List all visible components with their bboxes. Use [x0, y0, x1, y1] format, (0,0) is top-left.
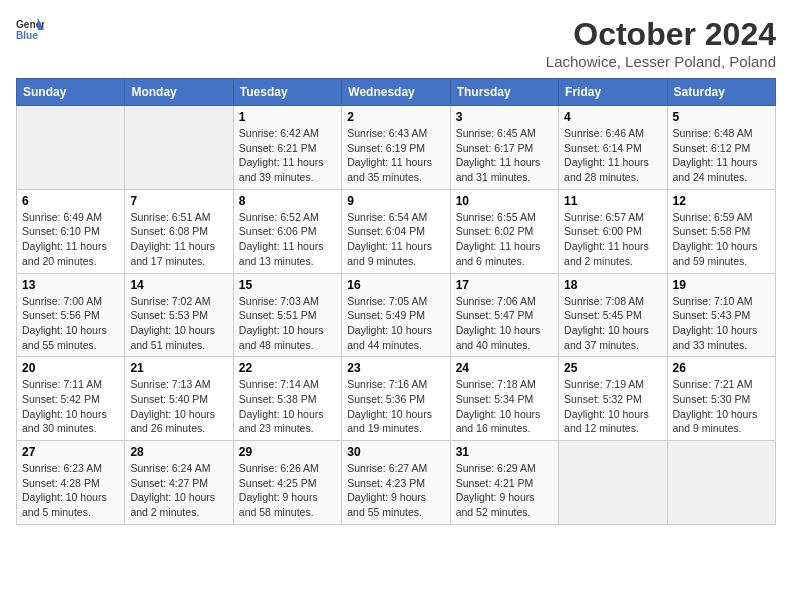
day-info: Sunrise: 6:43 AMSunset: 6:19 PMDaylight:…: [347, 126, 444, 185]
day-number: 3: [456, 110, 553, 124]
day-info: Sunrise: 7:06 AMSunset: 5:47 PMDaylight:…: [456, 294, 553, 353]
col-header-sunday: Sunday: [17, 79, 125, 106]
day-cell: 1Sunrise: 6:42 AMSunset: 6:21 PMDaylight…: [233, 106, 341, 190]
day-cell: 13Sunrise: 7:00 AMSunset: 5:56 PMDayligh…: [17, 273, 125, 357]
day-info: Sunrise: 7:05 AMSunset: 5:49 PMDaylight:…: [347, 294, 444, 353]
day-cell: 17Sunrise: 7:06 AMSunset: 5:47 PMDayligh…: [450, 273, 558, 357]
day-info: Sunrise: 7:00 AMSunset: 5:56 PMDaylight:…: [22, 294, 119, 353]
page-header: General Blue October 2024 Lachowice, Les…: [16, 16, 776, 70]
day-number: 20: [22, 361, 119, 375]
day-number: 16: [347, 278, 444, 292]
day-number: 19: [673, 278, 770, 292]
day-cell: 12Sunrise: 6:59 AMSunset: 5:58 PMDayligh…: [667, 189, 775, 273]
day-number: 11: [564, 194, 661, 208]
day-cell: 26Sunrise: 7:21 AMSunset: 5:30 PMDayligh…: [667, 357, 775, 441]
day-cell: 7Sunrise: 6:51 AMSunset: 6:08 PMDaylight…: [125, 189, 233, 273]
day-info: Sunrise: 7:08 AMSunset: 5:45 PMDaylight:…: [564, 294, 661, 353]
day-number: 24: [456, 361, 553, 375]
day-info: Sunrise: 7:18 AMSunset: 5:34 PMDaylight:…: [456, 377, 553, 436]
day-cell: 25Sunrise: 7:19 AMSunset: 5:32 PMDayligh…: [559, 357, 667, 441]
week-row-2: 6Sunrise: 6:49 AMSunset: 6:10 PMDaylight…: [17, 189, 776, 273]
day-number: 6: [22, 194, 119, 208]
day-cell: 24Sunrise: 7:18 AMSunset: 5:34 PMDayligh…: [450, 357, 558, 441]
day-cell: 11Sunrise: 6:57 AMSunset: 6:00 PMDayligh…: [559, 189, 667, 273]
month-title: October 2024: [546, 16, 776, 53]
location-title: Lachowice, Lesser Poland, Poland: [546, 53, 776, 70]
day-number: 22: [239, 361, 336, 375]
day-info: Sunrise: 7:13 AMSunset: 5:40 PMDaylight:…: [130, 377, 227, 436]
day-cell: 5Sunrise: 6:48 AMSunset: 6:12 PMDaylight…: [667, 106, 775, 190]
day-number: 26: [673, 361, 770, 375]
day-cell: 22Sunrise: 7:14 AMSunset: 5:38 PMDayligh…: [233, 357, 341, 441]
day-cell: 27Sunrise: 6:23 AMSunset: 4:28 PMDayligh…: [17, 441, 125, 525]
day-info: Sunrise: 6:27 AMSunset: 4:23 PMDaylight:…: [347, 461, 444, 520]
day-cell: 6Sunrise: 6:49 AMSunset: 6:10 PMDaylight…: [17, 189, 125, 273]
day-number: 7: [130, 194, 227, 208]
day-cell: 30Sunrise: 6:27 AMSunset: 4:23 PMDayligh…: [342, 441, 450, 525]
day-cell: 31Sunrise: 6:29 AMSunset: 4:21 PMDayligh…: [450, 441, 558, 525]
day-info: Sunrise: 7:10 AMSunset: 5:43 PMDaylight:…: [673, 294, 770, 353]
day-number: 2: [347, 110, 444, 124]
week-row-3: 13Sunrise: 7:00 AMSunset: 5:56 PMDayligh…: [17, 273, 776, 357]
day-number: 5: [673, 110, 770, 124]
day-cell: 10Sunrise: 6:55 AMSunset: 6:02 PMDayligh…: [450, 189, 558, 273]
day-info: Sunrise: 7:02 AMSunset: 5:53 PMDaylight:…: [130, 294, 227, 353]
logo: General Blue: [16, 16, 44, 44]
day-number: 1: [239, 110, 336, 124]
day-cell: 28Sunrise: 6:24 AMSunset: 4:27 PMDayligh…: [125, 441, 233, 525]
col-header-wednesday: Wednesday: [342, 79, 450, 106]
day-cell: 9Sunrise: 6:54 AMSunset: 6:04 PMDaylight…: [342, 189, 450, 273]
day-number: 12: [673, 194, 770, 208]
day-number: 15: [239, 278, 336, 292]
day-info: Sunrise: 6:29 AMSunset: 4:21 PMDaylight:…: [456, 461, 553, 520]
day-info: Sunrise: 6:23 AMSunset: 4:28 PMDaylight:…: [22, 461, 119, 520]
title-area: October 2024 Lachowice, Lesser Poland, P…: [546, 16, 776, 70]
day-info: Sunrise: 6:45 AMSunset: 6:17 PMDaylight:…: [456, 126, 553, 185]
day-cell: 14Sunrise: 7:02 AMSunset: 5:53 PMDayligh…: [125, 273, 233, 357]
day-cell: 23Sunrise: 7:16 AMSunset: 5:36 PMDayligh…: [342, 357, 450, 441]
day-info: Sunrise: 6:51 AMSunset: 6:08 PMDaylight:…: [130, 210, 227, 269]
day-cell: 16Sunrise: 7:05 AMSunset: 5:49 PMDayligh…: [342, 273, 450, 357]
day-info: Sunrise: 7:19 AMSunset: 5:32 PMDaylight:…: [564, 377, 661, 436]
day-cell: 29Sunrise: 6:26 AMSunset: 4:25 PMDayligh…: [233, 441, 341, 525]
day-info: Sunrise: 7:03 AMSunset: 5:51 PMDaylight:…: [239, 294, 336, 353]
day-number: 28: [130, 445, 227, 459]
day-cell: 19Sunrise: 7:10 AMSunset: 5:43 PMDayligh…: [667, 273, 775, 357]
day-cell: 15Sunrise: 7:03 AMSunset: 5:51 PMDayligh…: [233, 273, 341, 357]
day-number: 10: [456, 194, 553, 208]
day-number: 4: [564, 110, 661, 124]
col-header-saturday: Saturday: [667, 79, 775, 106]
day-number: 21: [130, 361, 227, 375]
day-info: Sunrise: 7:21 AMSunset: 5:30 PMDaylight:…: [673, 377, 770, 436]
day-cell: 2Sunrise: 6:43 AMSunset: 6:19 PMDaylight…: [342, 106, 450, 190]
day-info: Sunrise: 6:48 AMSunset: 6:12 PMDaylight:…: [673, 126, 770, 185]
calendar-table: SundayMondayTuesdayWednesdayThursdayFrid…: [16, 78, 776, 525]
day-info: Sunrise: 7:14 AMSunset: 5:38 PMDaylight:…: [239, 377, 336, 436]
day-number: 17: [456, 278, 553, 292]
day-number: 27: [22, 445, 119, 459]
day-info: Sunrise: 6:52 AMSunset: 6:06 PMDaylight:…: [239, 210, 336, 269]
day-info: Sunrise: 6:24 AMSunset: 4:27 PMDaylight:…: [130, 461, 227, 520]
day-info: Sunrise: 6:46 AMSunset: 6:14 PMDaylight:…: [564, 126, 661, 185]
day-info: Sunrise: 6:26 AMSunset: 4:25 PMDaylight:…: [239, 461, 336, 520]
day-info: Sunrise: 7:16 AMSunset: 5:36 PMDaylight:…: [347, 377, 444, 436]
day-cell: [17, 106, 125, 190]
day-info: Sunrise: 7:11 AMSunset: 5:42 PMDaylight:…: [22, 377, 119, 436]
day-info: Sunrise: 6:59 AMSunset: 5:58 PMDaylight:…: [673, 210, 770, 269]
day-info: Sunrise: 6:57 AMSunset: 6:00 PMDaylight:…: [564, 210, 661, 269]
day-number: 29: [239, 445, 336, 459]
day-info: Sunrise: 6:49 AMSunset: 6:10 PMDaylight:…: [22, 210, 119, 269]
col-header-thursday: Thursday: [450, 79, 558, 106]
col-header-tuesday: Tuesday: [233, 79, 341, 106]
day-cell: [559, 441, 667, 525]
day-number: 9: [347, 194, 444, 208]
day-number: 18: [564, 278, 661, 292]
day-cell: 3Sunrise: 6:45 AMSunset: 6:17 PMDaylight…: [450, 106, 558, 190]
week-row-5: 27Sunrise: 6:23 AMSunset: 4:28 PMDayligh…: [17, 441, 776, 525]
day-cell: [125, 106, 233, 190]
day-cell: 20Sunrise: 7:11 AMSunset: 5:42 PMDayligh…: [17, 357, 125, 441]
col-header-friday: Friday: [559, 79, 667, 106]
week-row-1: 1Sunrise: 6:42 AMSunset: 6:21 PMDaylight…: [17, 106, 776, 190]
day-cell: 8Sunrise: 6:52 AMSunset: 6:06 PMDaylight…: [233, 189, 341, 273]
col-header-monday: Monday: [125, 79, 233, 106]
